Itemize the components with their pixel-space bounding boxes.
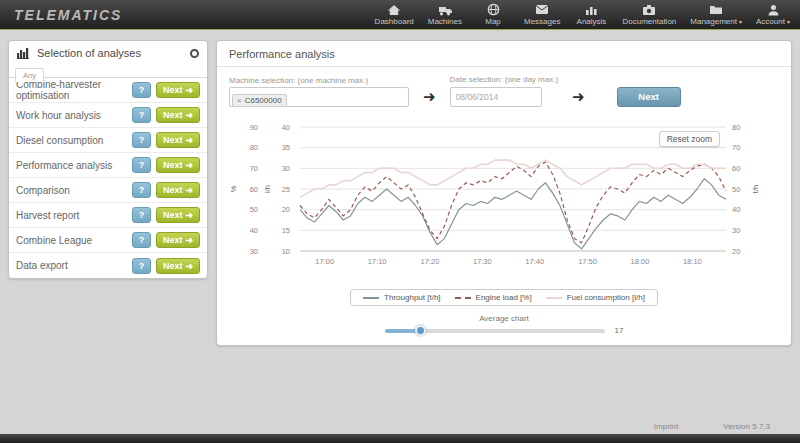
imprint-link[interactable]: Imprint (654, 422, 678, 431)
settings-icon[interactable] (190, 49, 199, 58)
remove-tag-icon[interactable]: × (237, 96, 242, 105)
analysis-name: Work hour analysis (16, 110, 132, 121)
machine-tag: × C6500000 (232, 94, 287, 107)
chevron-down-icon: ▾ (739, 19, 742, 25)
chart-legend: Throughput [t/h] Engine load [%] Fuel co… (217, 289, 791, 306)
slider-value: 17 (615, 326, 624, 335)
folder-icon (709, 3, 723, 16)
performance-analysis-panel: Performance analysis Machine selection: … (216, 40, 792, 346)
person-icon (767, 3, 780, 16)
svg-text:17:30: 17:30 (473, 257, 492, 266)
help-button[interactable]: ? (132, 82, 151, 98)
svg-text:20: 20 (282, 205, 290, 214)
list-item: Comparison ? Next➜ (9, 178, 207, 203)
svg-text:18:00: 18:00 (631, 257, 650, 266)
nav-label: Dashboard (375, 17, 414, 26)
nav-label: Documentation (622, 17, 676, 26)
svg-text:50: 50 (732, 185, 740, 194)
nav-label: Management▾ (690, 17, 742, 26)
next-button[interactable]: Next➜ (156, 182, 200, 198)
nav-label: Machines (428, 17, 462, 26)
analysis-name: Combine-harvester optimisation (16, 79, 132, 101)
reset-zoom-button[interactable]: Reset zoom (659, 131, 720, 147)
next-button[interactable]: Next➜ (156, 132, 200, 148)
arrow-right-icon: ➜ (572, 87, 585, 107)
svg-text:t/h: t/h (751, 185, 760, 193)
legend-item-fuel-consumption[interactable]: Fuel consumption [l/h] (546, 293, 645, 302)
harvester-icon (437, 3, 453, 16)
next-button-main[interactable]: Next (617, 87, 681, 107)
next-button[interactable]: Next➜ (156, 232, 200, 248)
help-button[interactable]: ? (132, 207, 151, 223)
arrow-right-icon: ➜ (185, 261, 193, 271)
help-button[interactable]: ? (132, 258, 151, 274)
nav-account[interactable]: Account▾ (756, 3, 790, 26)
nav-analysis[interactable]: Analysis (574, 3, 608, 26)
nav-label: Account▾ (756, 17, 790, 26)
analysis-name: Performance analysis (16, 160, 132, 171)
date-selection-label: Date selection: (one day max.) (450, 75, 559, 84)
analysis-name: Combine League (16, 235, 132, 246)
nav-dashboard[interactable]: Dashboard (375, 3, 414, 26)
globe-icon (487, 3, 500, 16)
arrow-right-icon: ➜ (185, 110, 193, 120)
list-item: Diesel consumption ? Next➜ (9, 128, 207, 153)
analysis-name: Comparison (16, 185, 132, 196)
analysis-selection-panel: Selection of analyses Any Combine-harves… (8, 40, 208, 279)
next-button[interactable]: Next➜ (156, 157, 200, 173)
help-button[interactable]: ? (132, 107, 151, 123)
analysis-name: Data export (16, 260, 132, 271)
machine-selection-input[interactable]: × C6500000 (229, 87, 409, 107)
svg-text:80: 80 (732, 123, 740, 132)
panel-title: Selection of analyses (37, 47, 183, 59)
nav-machines[interactable]: Machines (428, 3, 462, 26)
svg-text:17:50: 17:50 (578, 257, 597, 266)
legend-item-throughput[interactable]: Throughput [t/h] (363, 293, 440, 302)
list-item: Harvest report ? Next➜ (9, 203, 207, 228)
date-selection-input[interactable] (450, 87, 542, 107)
svg-text:40: 40 (732, 205, 740, 214)
svg-text:30: 30 (250, 247, 258, 256)
analysis-name: Diesel consumption (16, 135, 132, 146)
bar-chart-icon (585, 3, 598, 16)
svg-text:80: 80 (250, 143, 258, 152)
page-title: Performance analysis (217, 41, 791, 67)
legend-item-engine-load[interactable]: Engine load [%] (455, 293, 532, 302)
slider-handle[interactable] (415, 325, 426, 336)
next-button[interactable]: Next➜ (156, 107, 200, 123)
slider-label: Average chart (479, 314, 529, 323)
footer: Imprint Version 5.7.3 (0, 422, 800, 443)
arrow-right-icon: ➜ (185, 85, 193, 95)
average-slider[interactable] (385, 329, 605, 333)
nav-documentation[interactable]: Documentation (622, 3, 676, 26)
next-button[interactable]: Next➜ (156, 258, 200, 274)
arrow-right-icon: ➜ (185, 185, 193, 195)
svg-text:17:00: 17:00 (315, 257, 334, 266)
svg-text:%: % (229, 185, 238, 192)
line-marker-icon (455, 297, 471, 299)
help-button[interactable]: ? (132, 182, 151, 198)
bar-chart-icon (17, 47, 30, 59)
line-marker-icon (363, 297, 379, 299)
svg-text:30: 30 (732, 226, 740, 235)
envelope-icon (535, 3, 549, 16)
nav-label: Analysis (577, 17, 607, 26)
svg-text:17:20: 17:20 (421, 257, 440, 266)
svg-text:70: 70 (732, 143, 740, 152)
arrow-right-icon: ➜ (423, 87, 436, 107)
next-button[interactable]: Next➜ (156, 207, 200, 223)
help-button[interactable]: ? (132, 132, 151, 148)
svg-text:50: 50 (250, 205, 258, 214)
average-chart-control: Average chart 17 (217, 314, 791, 335)
tab-any[interactable]: Any (15, 68, 44, 82)
nav-management[interactable]: Management▾ (690, 3, 742, 26)
arrow-right-icon: ➜ (185, 235, 193, 245)
svg-text:60: 60 (732, 164, 740, 173)
list-item: Work hour analysis ? Next➜ (9, 103, 207, 128)
app-logo[interactable]: TELEMATICS (14, 7, 122, 23)
nav-messages[interactable]: Messages (524, 3, 560, 26)
next-button[interactable]: Next➜ (156, 82, 200, 98)
help-button[interactable]: ? (132, 232, 151, 248)
nav-map[interactable]: Map (476, 3, 510, 26)
help-button[interactable]: ? (132, 157, 151, 173)
